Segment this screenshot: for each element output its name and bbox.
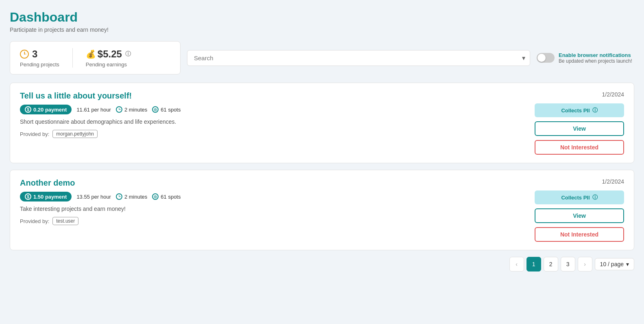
project-date: 1/2/2024 [602,178,624,185]
payment-badge: $ 1.50 payment [20,192,72,201]
next-page-button[interactable]: › [578,257,592,271]
project-actions: 1/2/2024 Collects PII ⓘ View Not Interes… [535,178,624,242]
pending-earnings-stat: 💰 $5.25 ⓘ Pending earnings [86,48,131,68]
pending-projects-stat: 3 Pending projects [20,48,59,68]
pii-info-icon: ⓘ [592,194,598,201]
project-card: Tell us a little about yourself! $ 0.20 … [10,83,634,163]
project-actions: 1/2/2024 Collects PII ⓘ View Not Interes… [535,91,624,155]
page-1-button[interactable]: 1 [527,257,541,271]
project-title: Tell us a little about yourself! [20,91,528,101]
pending-earnings-value: $5.25 [98,48,122,60]
rate-badge: 13.55 per hour [76,194,111,200]
money-bag-icon: 💰 [86,49,96,59]
project-date: 1/2/2024 [602,91,624,98]
collects-pii-label: Collects PII [561,107,590,114]
search-container: ▾ [187,50,530,66]
per-page-select[interactable]: 10 / page ▾ [595,258,634,270]
project-card: Another demo $ 1.50 payment 13.55 per ho… [10,170,634,250]
not-interested-button[interactable]: Not Interested [535,140,624,155]
notification-toggle[interactable] [537,53,555,63]
provider-name: morgan.pettyjohn [52,130,98,138]
not-interested-button[interactable]: Not Interested [535,227,624,242]
collects-pii-button[interactable]: Collects PII ⓘ [535,190,624,204]
page-2-button[interactable]: 2 [544,257,558,271]
pii-info-icon: ⓘ [592,107,598,114]
collects-pii-label: Collects PII [561,195,590,201]
pending-projects-label: Pending projects [20,61,59,68]
time-badge: 2 minutes [116,193,147,200]
top-bar: 3 Pending projects 💰 $5.25 ⓘ Pending ear… [10,41,634,74]
stat-divider [72,48,73,68]
notification-section: Enable browser notifications Be updated … [537,52,634,64]
view-button[interactable]: View [535,208,624,223]
pending-earnings-label: Pending earnings [86,61,131,68]
project-badges: $ 1.50 payment 13.55 per hour 2 minutes … [20,192,528,201]
chevron-down-icon: ▾ [626,261,629,267]
project-title: Another demo [20,178,528,188]
toggle-knob [537,54,546,62]
spots-badge: ◎ 61 spots [152,106,181,113]
view-button[interactable]: View [535,121,624,136]
page-title: Dashboard [10,10,634,25]
dollar-icon: $ [25,193,31,200]
provided-by-label: Provided by: [20,218,49,224]
project-description: Short questionnaire about demographics a… [20,118,528,125]
prev-page-button[interactable]: ‹ [509,257,524,271]
payment-badge: $ 0.20 payment [20,105,72,114]
provided-by: Provided by: morgan.pettyjohn [20,130,528,138]
stats-card: 3 Pending projects 💰 $5.25 ⓘ Pending ear… [10,41,181,74]
time-icon [116,106,122,113]
clock-icon [20,50,29,59]
search-input[interactable] [187,50,530,66]
info-icon[interactable]: ⓘ [125,50,131,58]
provider-name: test.user [52,217,78,225]
provided-by-label: Provided by: [20,131,49,137]
project-description: Take interesting projects and earn money… [20,206,528,212]
project-info: Tell us a little about yourself! $ 0.20 … [20,91,528,138]
collects-pii-button[interactable]: Collects PII ⓘ [535,103,624,117]
time-icon [116,193,122,200]
provided-by: Provided by: test.user [20,217,528,225]
time-badge: 2 minutes [116,106,147,113]
per-page-label: 10 / page [600,261,624,267]
project-info: Another demo $ 1.50 payment 13.55 per ho… [20,178,528,225]
spots-badge: ◎ 61 spots [152,193,181,200]
spots-icon: ◎ [152,106,159,113]
dollar-icon: $ [25,106,31,113]
pending-projects-count: 3 [32,48,37,60]
notification-text: Enable browser notifications Be updated … [559,52,632,64]
notification-subtitle: Be updated when projects launch! [559,58,632,64]
projects-list: Tell us a little about yourself! $ 0.20 … [10,83,634,250]
rate-badge: 11.61 per hour [76,107,111,113]
notification-title: Enable browser notifications [559,52,632,58]
page-subtitle: Participate in projects and earn money! [10,26,634,33]
page-3-button[interactable]: 3 [561,257,575,271]
spots-icon: ◎ [152,193,159,200]
pagination: ‹ 1 2 3 › 10 / page ▾ [10,257,634,271]
project-badges: $ 0.20 payment 11.61 per hour 2 minutes … [20,105,528,114]
